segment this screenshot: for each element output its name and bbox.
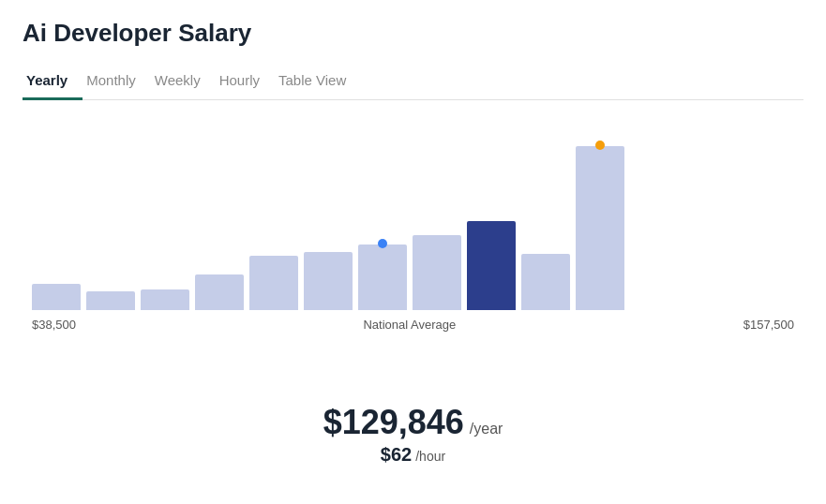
bar-group-b9 — [467, 221, 516, 310]
bar-b5 — [249, 256, 298, 310]
bar-b9 — [467, 221, 516, 310]
tab-monthly[interactable]: Monthly — [83, 65, 151, 100]
tab-yearly[interactable]: Yearly — [23, 65, 83, 100]
bar-dot-b7 — [378, 239, 387, 248]
bar-b10 — [521, 254, 570, 310]
chart-min-label: $38,500 — [32, 318, 76, 332]
bar-group-b8 — [413, 235, 461, 310]
bar-b8 — [413, 235, 461, 310]
bar-group-b11 — [576, 146, 624, 310]
salary-year-unit: /year — [470, 421, 503, 437]
tab-weekly[interactable]: Weekly — [151, 65, 216, 100]
bar-b1 — [32, 284, 81, 310]
page-title: Ai Developer Salary — [23, 19, 803, 48]
tabs-nav: Yearly Monthly Weekly Hourly Table View — [23, 65, 803, 100]
tab-tableview[interactable]: Table View — [275, 65, 361, 100]
bar-group-b5 — [249, 256, 298, 310]
chart-max-label: $157,500 — [743, 318, 794, 332]
salary-hour: $62/hour — [381, 444, 445, 466]
bar-dot-b11 — [595, 141, 605, 150]
salary-hour-amount: $62 — [381, 444, 412, 466]
bar-group-b6 — [304, 252, 353, 310]
salary-hour-unit: /hour — [415, 449, 445, 464]
tab-hourly[interactable]: Hourly — [216, 65, 275, 100]
bar-group-b4 — [195, 274, 244, 310]
bar-group-b1 — [32, 284, 81, 310]
bar-group-b2 — [86, 291, 135, 310]
bar-b3 — [141, 289, 189, 310]
national-avg-inline-label: National Average — [363, 318, 456, 332]
salary-display: $129,846/year $62/hour — [23, 403, 803, 466]
salary-year: $129,846/year — [323, 403, 503, 442]
chart-labels-row: $38,500 National Average $157,500 — [23, 318, 803, 332]
bar-group-b10 — [521, 254, 570, 310]
bars-container — [23, 123, 803, 310]
bar-group-b3 — [141, 289, 189, 310]
bar-b4 — [195, 274, 244, 310]
chart-area: $38,500 National Average $157,500 — [23, 123, 803, 388]
bar-group-b7 — [358, 245, 407, 310]
bar-b2 — [86, 291, 135, 310]
bar-b6 — [304, 252, 353, 310]
bar-b7 — [358, 245, 407, 310]
bar-b11 — [576, 146, 624, 310]
salary-year-amount: $129,846 — [323, 403, 464, 442]
